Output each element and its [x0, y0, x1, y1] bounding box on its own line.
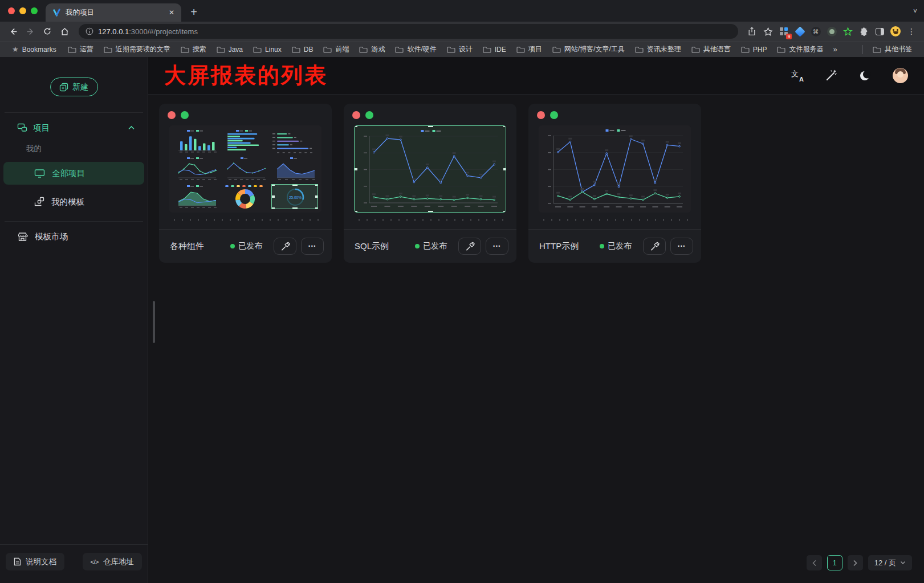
- extension-green-star-icon[interactable]: [841, 25, 854, 38]
- tab-close-icon[interactable]: ✕: [169, 9, 174, 17]
- profile-avatar-icon[interactable]: [889, 25, 902, 38]
- selection-handle[interactable]: [315, 195, 318, 198]
- more-actions-button[interactable]: •••: [486, 238, 508, 255]
- bookmark-folder[interactable]: 运营: [63, 44, 99, 54]
- selection-handle[interactable]: [354, 125, 357, 127]
- edit-project-button[interactable]: [643, 238, 666, 255]
- bookmark-folder[interactable]: 前端: [318, 44, 354, 54]
- selection-handle[interactable]: [292, 207, 298, 209]
- browser-menu-button[interactable]: ⋮: [905, 25, 918, 38]
- bookmark-folder[interactable]: IDE: [478, 46, 511, 54]
- other-bookmarks-folder[interactable]: 其他书签: [868, 44, 917, 54]
- project-thumbnail[interactable]: 25.00%: [169, 125, 321, 213]
- zoom-window-button[interactable]: [31, 7, 38, 14]
- edit-project-button[interactable]: [458, 238, 481, 255]
- selection-handle[interactable]: [428, 125, 433, 127]
- selection-handle[interactable]: [503, 168, 506, 170]
- bookmark-folder[interactable]: PHP: [736, 46, 772, 54]
- selection-handle[interactable]: [315, 184, 318, 186]
- back-button[interactable]: [6, 24, 21, 39]
- selection-handle[interactable]: [503, 211, 506, 213]
- bookmark-folder-list: 运营近期需要读的文章搜索JavaLinuxDB前端游戏软件/硬件设计IDE项目网…: [63, 44, 829, 54]
- selection-handle[interactable]: [354, 211, 357, 213]
- selection-handle[interactable]: [292, 184, 298, 186]
- reload-button[interactable]: [40, 24, 55, 39]
- folder-icon: [359, 46, 368, 53]
- edit-project-button[interactable]: [274, 238, 296, 255]
- new-tab-button[interactable]: +: [186, 4, 202, 20]
- site-info-icon[interactable]: [86, 27, 93, 35]
- scrollbar-thumb[interactable]: [153, 301, 155, 343]
- share-button[interactable]: [745, 25, 759, 38]
- more-actions-button[interactable]: •••: [670, 238, 693, 255]
- folder-icon: [552, 46, 561, 53]
- dark-mode-button[interactable]: [858, 69, 872, 83]
- bookmark-folder[interactable]: Linux: [248, 46, 287, 54]
- bookmark-folder[interactable]: Java: [211, 46, 248, 54]
- folder-icon: [68, 46, 76, 53]
- sidebar-section-projects[interactable]: 项目: [0, 113, 148, 142]
- bookmark-folder[interactable]: 软件/硬件: [390, 44, 441, 54]
- selection-handle[interactable]: [271, 207, 275, 209]
- bookmarks-overflow-button[interactable]: »: [829, 45, 840, 54]
- extension-grid-icon[interactable]: 9: [777, 25, 791, 38]
- bookmark-folder[interactable]: 网站/博客/文章/工具: [547, 44, 630, 54]
- selection-handle[interactable]: [503, 125, 506, 127]
- bookmark-folder[interactable]: 文件服务器: [772, 44, 828, 54]
- bookmark-star-button[interactable]: [761, 25, 775, 38]
- home-button[interactable]: [57, 24, 72, 39]
- more-actions-button[interactable]: •••: [301, 238, 324, 255]
- tab-my-projects[interactable]: 我的项目 ✕: [46, 3, 181, 22]
- bookmarks-manager-item[interactable]: ★ Bookmarks: [7, 45, 62, 54]
- page-size-select[interactable]: 12 / 页: [868, 555, 912, 570]
- address-bar[interactable]: 127.0.0.1:3000/#/project/items: [79, 24, 738, 39]
- extension-badge: 9: [786, 34, 792, 39]
- prev-page-button[interactable]: [807, 555, 822, 570]
- sidebar-item-my-templates[interactable]: 我的模板: [3, 190, 144, 213]
- repo-button[interactable]: </> 仓库地址: [83, 553, 142, 570]
- bookmark-folder[interactable]: 其他语言: [686, 44, 736, 54]
- bookmark-folder[interactable]: 游戏: [354, 44, 390, 54]
- svg-text:25.00%: 25.00%: [289, 195, 302, 199]
- project-card[interactable]: 25.00% 各种组件 已发布: [159, 104, 332, 263]
- bookmarks-label: Bookmarks: [22, 46, 56, 54]
- sidebar-item-all-projects[interactable]: 全部项目: [3, 162, 144, 185]
- extension-command-icon[interactable]: ⌘: [809, 25, 823, 38]
- sidebar-item-template-market[interactable]: 模板市场: [0, 222, 148, 251]
- extensions-puzzle-button[interactable]: [857, 25, 870, 38]
- forward-button[interactable]: [23, 24, 38, 39]
- user-avatar[interactable]: [893, 68, 908, 83]
- selection-handle[interactable]: [354, 168, 357, 170]
- language-toggle-button[interactable]: 文 A: [791, 70, 804, 81]
- bookmark-folder[interactable]: 设计: [442, 44, 478, 54]
- create-project-button[interactable]: 新建: [50, 78, 98, 96]
- bookmark-folder[interactable]: 资讯未整理: [630, 44, 686, 54]
- docs-button[interactable]: 说明文档: [6, 553, 64, 570]
- chevron-up-icon[interactable]: [128, 125, 135, 131]
- tab-search-chevron-icon[interactable]: ˅: [913, 7, 917, 15]
- theme-wand-button[interactable]: [824, 69, 838, 83]
- mini-area-chart: [271, 156, 318, 181]
- selection-handle[interactable]: [428, 211, 433, 213]
- next-page-button[interactable]: [848, 555, 863, 570]
- bookmark-folder[interactable]: DB: [287, 46, 319, 54]
- bookmark-folder-label: DB: [304, 46, 314, 54]
- close-window-button[interactable]: [8, 7, 15, 14]
- selection-handle[interactable]: [315, 207, 318, 209]
- selection-handle[interactable]: [271, 184, 275, 186]
- page-number-button[interactable]: 1: [827, 555, 842, 570]
- extension-olive-icon[interactable]: [825, 25, 838, 38]
- extension-gem-icon[interactable]: [793, 25, 807, 38]
- bookmark-folder[interactable]: 项目: [511, 44, 547, 54]
- side-panel-button[interactable]: [873, 25, 886, 38]
- project-card[interactable]: SQL示例 已发布: [344, 104, 516, 263]
- pagination: 1 12 / 页: [807, 555, 912, 570]
- minimize-window-button[interactable]: [19, 7, 26, 14]
- bookmark-folder[interactable]: 搜索: [176, 44, 211, 54]
- project-card[interactable]: HTTP示例 已发布: [528, 104, 701, 263]
- project-thumbnail[interactable]: [539, 125, 691, 213]
- project-thumbnail-selected[interactable]: [354, 125, 506, 213]
- bookmark-folder-label: 软件/硬件: [407, 44, 436, 54]
- selection-handle[interactable]: [271, 195, 275, 198]
- bookmark-folder[interactable]: 近期需要读的文章: [99, 44, 176, 54]
